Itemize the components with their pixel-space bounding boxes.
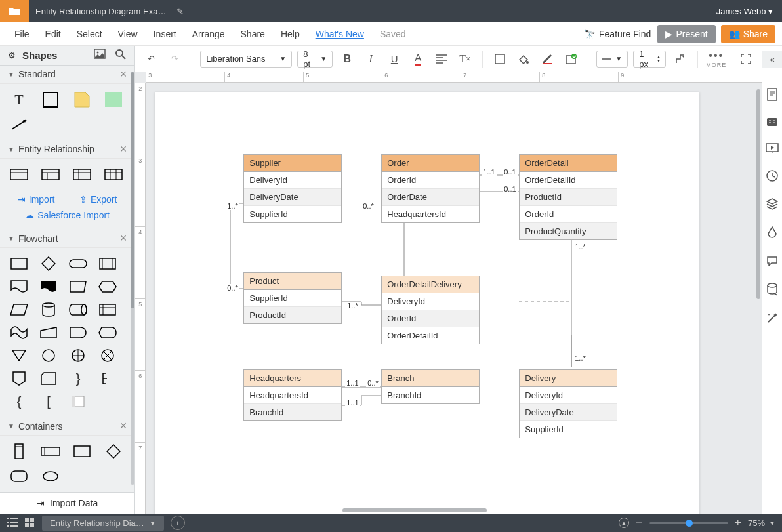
fc-hex[interactable]	[96, 279, 119, 295]
redo-button[interactable]: ↷	[165, 50, 184, 68]
fc-display[interactable]	[96, 325, 119, 340]
entity-delivery[interactable]: DeliveryDeliveryIdDeliveryDateSupplierId	[519, 369, 617, 438]
zoom-slider[interactable]	[649, 522, 728, 524]
ct-4[interactable]	[102, 443, 125, 459]
canvas-h-scrollbar[interactable]	[146, 507, 762, 514]
fc-tape[interactable]	[8, 325, 30, 340]
erd-shape-3[interactable]	[71, 167, 93, 182]
menu-help[interactable]: Help	[273, 29, 308, 39]
italic-button[interactable]: I	[361, 50, 380, 68]
sidebar-scrollbar[interactable]	[131, 72, 134, 485]
fc-doc[interactable]	[8, 279, 30, 295]
import-data-button[interactable]: ⇥ Import Data	[0, 492, 134, 514]
canvas[interactable]: 3456789 234567 SupplierDeliveryIdDeliver…	[135, 72, 762, 514]
ink-icon[interactable]	[767, 226, 777, 241]
clear-format-button[interactable]: T✕	[456, 50, 474, 68]
fc-process[interactable]	[8, 256, 30, 272]
grid-view-icon[interactable]	[25, 518, 34, 529]
note-shape[interactable]	[71, 92, 93, 108]
fc-or[interactable]	[67, 348, 89, 363]
block-shape[interactable]	[39, 92, 62, 108]
fc-predef[interactable]	[96, 256, 119, 272]
fc-offpage[interactable]	[8, 371, 30, 386]
pencil-icon[interactable]: ✎	[176, 7, 184, 16]
entity-orderdetail[interactable]: OrderDetailOrderDetailIdProductIdOrderId…	[519, 154, 617, 240]
fc-brace-r[interactable]: }	[67, 371, 89, 386]
fc-doc2[interactable]	[37, 279, 60, 295]
entity-order[interactable]: OrderOrderIdOrderDateHeadquartersId	[381, 154, 480, 223]
menu-select[interactable]: Select	[69, 29, 110, 39]
fc-sum[interactable]	[96, 348, 119, 363]
menu-arrange[interactable]: Arrange	[184, 29, 233, 39]
fc-data[interactable]	[8, 302, 30, 317]
ct-5[interactable]	[8, 468, 30, 484]
page-settings-icon[interactable]	[766, 88, 778, 103]
list-view-icon[interactable]	[7, 518, 18, 529]
gear-icon[interactable]: ⚙	[8, 51, 16, 60]
menu-share[interactable]: Share	[233, 29, 273, 39]
shape-fill-button[interactable]	[491, 50, 509, 68]
autosave-icon[interactable]: ▲	[619, 518, 629, 528]
zoom-in-button[interactable]: +	[735, 516, 742, 530]
fill-button[interactable]	[514, 50, 533, 68]
fullscreen-button[interactable]	[737, 50, 755, 68]
erd-shape-1[interactable]	[8, 167, 30, 182]
fc-bracket[interactable]: [	[37, 394, 60, 409]
share-button[interactable]: 👥Share	[721, 25, 775, 43]
user-menu[interactable]: James Webb ▾	[707, 7, 782, 16]
folder-icon[interactable]	[0, 0, 29, 22]
page[interactable]: SupplierDeliveryIdDeliveryDateSupplierId…	[155, 92, 699, 514]
document-title[interactable]: Entity Relationship Diagram Exa…	[29, 7, 173, 16]
fc-card[interactable]	[37, 371, 60, 386]
fc-intern[interactable]	[96, 302, 119, 317]
erd-shape-4[interactable]	[102, 167, 125, 182]
hotspot-shape[interactable]	[102, 92, 125, 108]
search-icon[interactable]	[115, 49, 127, 62]
more-button[interactable]: •••MORE	[706, 50, 726, 68]
zoom-level[interactable]: 75%	[748, 518, 765, 528]
menu-insert[interactable]: Insert	[146, 29, 184, 39]
fc-merge[interactable]	[8, 348, 30, 363]
image-icon[interactable]	[94, 49, 106, 62]
menu-whats-new[interactable]: What's New	[308, 29, 372, 39]
text-shape[interactable]: T	[8, 92, 30, 108]
fc-db[interactable]	[37, 302, 60, 317]
border-button[interactable]	[538, 50, 556, 68]
zoom-out-button[interactable]: −	[636, 516, 643, 530]
history-icon[interactable]	[766, 170, 778, 184]
ct-3[interactable]	[71, 443, 93, 459]
line-type-button[interactable]	[671, 50, 689, 68]
erd-shape-2[interactable]	[39, 167, 62, 182]
fc-connector[interactable]	[37, 348, 60, 363]
close-icon[interactable]: ×	[120, 142, 127, 156]
font-size-select[interactable]: 8 pt▼	[297, 51, 333, 68]
entity-odd[interactable]: OrderDetailDeliveryDeliveryIdOrderIdOrde…	[381, 276, 480, 344]
present-icon[interactable]	[766, 143, 779, 155]
close-icon[interactable]: ×	[120, 419, 127, 433]
salesforce-link[interactable]: ☁ Salesforce Import	[8, 210, 127, 220]
fc-swim[interactable]	[67, 394, 89, 409]
menu-view[interactable]: View	[110, 29, 146, 39]
fc-terminator[interactable]	[67, 256, 89, 272]
menu-edit[interactable]: Edit	[37, 29, 69, 39]
feature-find[interactable]: 🔭Feature Find	[584, 29, 651, 39]
entity-branch[interactable]: BranchBranchId	[381, 369, 480, 404]
present-button[interactable]: ▶ Present	[657, 25, 715, 43]
close-icon[interactable]: ×	[120, 232, 127, 245]
align-button[interactable]	[432, 50, 451, 68]
data-icon[interactable]	[766, 283, 778, 298]
fc-decision[interactable]	[37, 256, 60, 272]
panel-standard[interactable]: ▼Standard×	[0, 66, 134, 84]
ct-6[interactable]	[39, 468, 62, 484]
page-tab[interactable]: Entity Relationship Dia…▼	[42, 516, 164, 531]
panel-flowchart[interactable]: ▼Flowchart×	[0, 230, 134, 248]
underline-button[interactable]: U	[385, 50, 403, 68]
fc-manual[interactable]	[67, 279, 89, 295]
menu-file[interactable]: File	[7, 29, 37, 39]
fc-manual-in[interactable]	[37, 325, 60, 340]
fc-delay[interactable]	[67, 325, 89, 340]
magic-icon[interactable]	[766, 312, 778, 326]
fc-direct[interactable]	[67, 302, 89, 317]
bold-button[interactable]: B	[338, 50, 356, 68]
chat-icon[interactable]	[766, 256, 778, 268]
